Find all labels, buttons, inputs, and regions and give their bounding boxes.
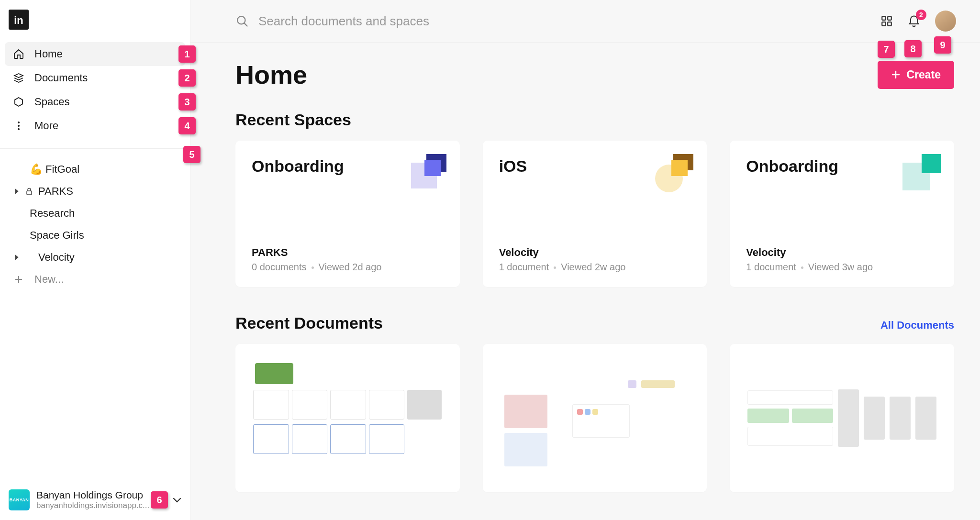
main: 7 2 8 9 Home Create bbox=[190, 0, 980, 520]
org-avatar: BANYAN bbox=[9, 489, 30, 510]
documents-icon bbox=[12, 72, 25, 84]
annotation-7: 7 bbox=[878, 41, 895, 58]
spaces-list: 5 💪 FitGoal PARKS Research Space bbox=[0, 152, 190, 295]
sidebar: in Home 1 Documents 2 Space bbox=[0, 0, 190, 520]
space-label: PARKS bbox=[38, 185, 73, 198]
nav-label: Spaces bbox=[34, 96, 69, 108]
search-input[interactable] bbox=[258, 14, 880, 29]
avatar-image bbox=[935, 11, 956, 32]
space-label: 💪 FitGoal bbox=[30, 163, 79, 176]
svg-rect-8 bbox=[888, 22, 891, 26]
doc-card[interactable] bbox=[483, 344, 707, 492]
space-item-parks[interactable]: PARKS bbox=[5, 180, 185, 202]
new-label: New... bbox=[34, 273, 64, 286]
card-deco-icon bbox=[408, 154, 446, 192]
plus-icon bbox=[12, 275, 25, 284]
svg-rect-3 bbox=[27, 191, 32, 195]
hexagon-icon bbox=[12, 96, 25, 108]
annotation-9: 9 bbox=[934, 36, 951, 54]
space-item-fitgoal[interactable]: 💪 FitGoal bbox=[5, 158, 185, 180]
card-deco-icon bbox=[902, 154, 941, 192]
recent-docs-title: Recent Documents bbox=[235, 314, 383, 332]
lock-icon bbox=[25, 188, 33, 195]
search-icon bbox=[235, 14, 249, 28]
card-parent: PARKS bbox=[252, 246, 444, 259]
annotation-3: 3 bbox=[178, 93, 196, 111]
recent-spaces-title: Recent Spaces bbox=[235, 111, 954, 129]
recent-docs-grid bbox=[235, 344, 954, 492]
space-card[interactable]: iOS Velocity 1 documentViewed 2w ago bbox=[483, 141, 707, 287]
svg-point-0 bbox=[18, 122, 20, 123]
org-info: Banyan Holdings Group banyanholdings.inv… bbox=[36, 489, 150, 510]
page-title: Home bbox=[235, 60, 307, 89]
space-label: Research bbox=[30, 207, 75, 220]
create-label: Create bbox=[906, 68, 941, 81]
doc-thumbnail bbox=[501, 361, 689, 475]
annotation-4: 4 bbox=[178, 117, 196, 134]
recent-docs-head: Recent Documents All Documents bbox=[235, 314, 954, 332]
card-parent: Velocity bbox=[746, 246, 938, 259]
annotation-2: 2 bbox=[178, 69, 196, 87]
annotation-5: 5 bbox=[183, 146, 200, 163]
doc-card[interactable] bbox=[730, 344, 954, 492]
content: Home Create Recent Spaces Onboarding bbox=[190, 43, 980, 511]
new-space-button[interactable]: New... bbox=[5, 268, 185, 290]
home-icon bbox=[12, 48, 25, 60]
more-icon bbox=[12, 120, 25, 132]
nav-label: Documents bbox=[34, 72, 88, 84]
svg-rect-6 bbox=[888, 16, 891, 20]
org-name: Banyan Holdings Group bbox=[36, 489, 150, 501]
search[interactable] bbox=[235, 14, 880, 29]
card-parent: Velocity bbox=[499, 246, 691, 259]
org-url: banyanholdings.invisionapp.c... bbox=[36, 501, 150, 510]
space-item-spacegirls[interactable]: Space Girls bbox=[5, 224, 185, 246]
create-button[interactable]: Create bbox=[878, 61, 954, 89]
divider bbox=[0, 148, 190, 149]
card-deco-icon bbox=[655, 154, 693, 192]
annotation-6: 6 bbox=[151, 491, 168, 509]
user-avatar[interactable]: 9 bbox=[935, 11, 956, 32]
chevron-down-icon bbox=[173, 497, 181, 503]
org-switcher[interactable]: BANYAN Banyan Holdings Group banyanholdi… bbox=[0, 482, 190, 520]
all-documents-link[interactable]: All Documents bbox=[880, 319, 954, 332]
nav-documents[interactable]: Documents 2 bbox=[5, 66, 185, 90]
nav-spaces[interactable]: Spaces 3 bbox=[5, 90, 185, 114]
svg-point-1 bbox=[18, 125, 20, 127]
app-root: in Home 1 Documents 2 Space bbox=[0, 0, 980, 520]
space-item-research[interactable]: Research bbox=[5, 202, 185, 224]
annotation-1: 1 bbox=[178, 45, 196, 63]
annotation-8: 8 bbox=[904, 40, 922, 57]
caret-right-icon bbox=[12, 254, 21, 260]
card-meta: 0 documentsViewed 2d ago bbox=[252, 262, 444, 273]
topbar: 7 2 8 9 bbox=[190, 0, 980, 43]
doc-card[interactable] bbox=[235, 344, 460, 492]
page-head: Home Create bbox=[235, 60, 954, 89]
svg-rect-5 bbox=[882, 16, 886, 20]
nav-more[interactable]: More 4 bbox=[5, 114, 185, 138]
doc-thumbnail bbox=[253, 363, 442, 473]
space-item-velocity[interactable]: Velocity bbox=[5, 246, 185, 268]
svg-point-2 bbox=[18, 128, 20, 130]
nav-home[interactable]: Home 1 bbox=[5, 42, 185, 66]
card-meta: 1 documentViewed 2w ago bbox=[499, 262, 691, 273]
logo-wrap: in bbox=[0, 0, 190, 35]
space-card[interactable]: Onboarding PARKS 0 documentsViewed 2d ag… bbox=[235, 141, 460, 287]
space-label: Velocity bbox=[38, 251, 75, 264]
invision-logo[interactable]: in bbox=[9, 10, 29, 30]
notification-badge: 2 bbox=[916, 10, 926, 20]
space-label: Space Girls bbox=[30, 229, 84, 242]
caret-right-icon bbox=[12, 188, 21, 194]
primary-nav: Home 1 Documents 2 Spaces 3 bbox=[0, 35, 190, 143]
recent-spaces-grid: Onboarding PARKS 0 documentsViewed 2d ag… bbox=[235, 141, 954, 287]
apps-button[interactable]: 7 bbox=[880, 15, 893, 27]
plus-icon bbox=[891, 70, 901, 79]
doc-thumbnail bbox=[747, 363, 936, 473]
nav-label: More bbox=[34, 120, 58, 132]
topbar-icons: 7 2 8 9 bbox=[880, 11, 956, 32]
svg-rect-7 bbox=[882, 22, 886, 26]
notifications-button[interactable]: 2 8 bbox=[907, 14, 921, 28]
space-card[interactable]: Onboarding Velocity 1 documentViewed 3w … bbox=[730, 141, 954, 287]
nav-label: Home bbox=[34, 48, 63, 60]
card-meta: 1 documentViewed 3w ago bbox=[746, 262, 938, 273]
